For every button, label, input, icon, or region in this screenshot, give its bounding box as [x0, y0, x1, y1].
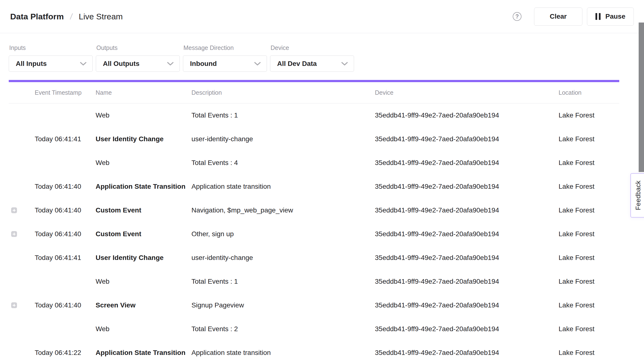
cell-device: 35eddb41-9ff9-49e2-7aed-20afa90eb194	[375, 349, 558, 357]
feedback-tab[interactable]: Feedback	[630, 173, 644, 217]
cell-name: User Identity Change	[96, 135, 192, 143]
outputs-dropdown-value: All Outputs	[103, 60, 140, 68]
cell-name: Application State Transition	[96, 349, 192, 357]
filter-label-message-direction: Message Direction	[184, 44, 267, 51]
live-stream-table: Event Timestamp Name Description Device …	[9, 82, 619, 360]
breadcrumb-root[interactable]: Data Platform	[10, 12, 64, 21]
cell-event-timestamp: Today 06:41:22	[35, 349, 96, 357]
chevron-down-icon	[341, 61, 348, 66]
cell-event-timestamp: Today 06:41:41	[35, 135, 96, 143]
cell-device: 35eddb41-9ff9-49e2-7aed-20afa90eb194	[375, 206, 558, 214]
cell-description: Other, sign up	[192, 230, 375, 238]
cell-name: Web	[96, 325, 192, 333]
clear-button[interactable]: Clear	[534, 7, 582, 26]
column-header-name: Name	[96, 89, 192, 96]
outputs-dropdown[interactable]: All Outputs	[96, 55, 180, 72]
filter-label-inputs: Inputs	[9, 44, 93, 51]
cell-name: Web	[96, 111, 192, 119]
cell-expand	[9, 326, 35, 332]
accent-divider-bar	[9, 80, 619, 82]
cell-location: Lake Forest	[558, 230, 619, 238]
filter-group-message-direction: Message Direction Inbound	[183, 33, 267, 72]
cell-device: 35eddb41-9ff9-49e2-7aed-20afa90eb194	[375, 111, 558, 119]
feedback-tab-label: Feedback	[634, 180, 642, 210]
column-header-description: Description	[192, 89, 375, 96]
chevron-down-icon	[254, 61, 261, 66]
device-dropdown-value: All Dev Data	[277, 60, 317, 68]
cell-expand	[9, 160, 35, 166]
expand-row-button[interactable]	[11, 302, 17, 308]
table-row: Web Total Events : 1 35eddb41-9ff9-49e2-…	[9, 270, 619, 293]
filter-group-outputs: Outputs All Outputs	[96, 33, 180, 72]
cell-description: Application state transition	[192, 183, 375, 190]
vertical-scrollbar[interactable]	[639, 22, 644, 172]
cell-location: Lake Forest	[558, 206, 619, 214]
filter-label-outputs: Outputs	[96, 44, 180, 51]
cell-expand	[9, 112, 35, 118]
cell-name: Application State Transition	[96, 183, 192, 190]
cell-event-timestamp: Today 06:41:40	[35, 206, 96, 214]
cell-location: Lake Forest	[558, 183, 619, 190]
pause-button[interactable]: Pause	[587, 7, 634, 26]
expand-row-button[interactable]	[11, 207, 17, 213]
cell-description: Total Events : 1	[192, 278, 375, 285]
cell-location: Lake Forest	[558, 301, 619, 309]
filter-group-inputs: Inputs All Inputs	[9, 33, 93, 72]
pause-icon	[596, 13, 600, 20]
cell-device: 35eddb41-9ff9-49e2-7aed-20afa90eb194	[375, 159, 558, 167]
table-row: Today 06:41:40 Application State Transit…	[9, 175, 619, 198]
message-direction-dropdown[interactable]: Inbound	[183, 55, 267, 72]
cell-location: Lake Forest	[558, 159, 619, 167]
table-row: Today 06:41:41 User Identity Change user…	[9, 127, 619, 151]
column-header-device: Device	[375, 89, 558, 96]
cell-location: Lake Forest	[558, 111, 619, 119]
cell-device: 35eddb41-9ff9-49e2-7aed-20afa90eb194	[375, 230, 558, 238]
cell-expand	[9, 255, 35, 261]
pause-button-label: Pause	[606, 12, 626, 20]
cell-event-timestamp: Today 06:41:41	[35, 254, 96, 262]
filter-bar: Inputs All Inputs Outputs All Outputs Me…	[9, 33, 354, 72]
toolbar: ? Clear Pause	[513, 7, 634, 26]
inputs-dropdown[interactable]: All Inputs	[9, 55, 93, 72]
cell-name: Screen View	[96, 301, 192, 309]
table-row: Web Total Events : 1 35eddb41-9ff9-49e2-…	[9, 103, 619, 127]
cell-expand	[9, 350, 35, 356]
cell-description: Total Events : 1	[192, 111, 375, 119]
page-title: Live Stream	[79, 12, 123, 21]
cell-device: 35eddb41-9ff9-49e2-7aed-20afa90eb194	[375, 301, 558, 309]
table-row: Today 06:41:40 Custom Event Other, sign …	[9, 222, 619, 246]
cell-name: Custom Event	[96, 206, 192, 214]
cell-device: 35eddb41-9ff9-49e2-7aed-20afa90eb194	[375, 254, 558, 262]
cell-description: Signup Pageview	[192, 301, 375, 309]
cell-name: Web	[96, 278, 192, 285]
cell-name: Web	[96, 159, 192, 167]
expand-row-button[interactable]	[11, 231, 17, 237]
cell-expand	[9, 302, 35, 308]
message-direction-dropdown-value: Inbound	[190, 60, 217, 68]
cell-description: Application state transition	[192, 349, 375, 357]
cell-location: Lake Forest	[558, 349, 619, 357]
top-bar: Data Platform / Live Stream ? Clear Paus…	[0, 0, 644, 33]
cell-device: 35eddb41-9ff9-49e2-7aed-20afa90eb194	[375, 325, 558, 333]
table-row: Today 06:41:41 User Identity Change user…	[9, 246, 619, 270]
help-icon[interactable]: ?	[513, 12, 522, 21]
cell-device: 35eddb41-9ff9-49e2-7aed-20afa90eb194	[375, 135, 558, 143]
table-row: Today 06:41:40 Screen View Signup Pagevi…	[9, 293, 619, 317]
cell-location: Lake Forest	[558, 135, 619, 143]
cell-location: Lake Forest	[558, 278, 619, 285]
filter-label-device: Device	[270, 44, 354, 51]
cell-description: Navigation, $mp_web_page_view	[192, 206, 375, 214]
cell-description: user-identity-change	[192, 254, 375, 262]
cell-event-timestamp: Today 06:41:40	[35, 301, 96, 309]
cell-expand	[9, 231, 35, 237]
cell-device: 35eddb41-9ff9-49e2-7aed-20afa90eb194	[375, 183, 558, 190]
cell-event-timestamp: Today 06:41:40	[35, 183, 96, 190]
device-dropdown[interactable]: All Dev Data	[270, 55, 354, 72]
filter-group-device: Device All Dev Data	[270, 33, 354, 72]
cell-expand	[9, 184, 35, 189]
table-row: Today 06:41:22 Application State Transit…	[9, 341, 619, 360]
cell-location: Lake Forest	[558, 325, 619, 333]
cell-event-timestamp: Today 06:41:40	[35, 230, 96, 238]
cell-description: Total Events : 2	[192, 325, 375, 333]
cell-location: Lake Forest	[558, 254, 619, 262]
